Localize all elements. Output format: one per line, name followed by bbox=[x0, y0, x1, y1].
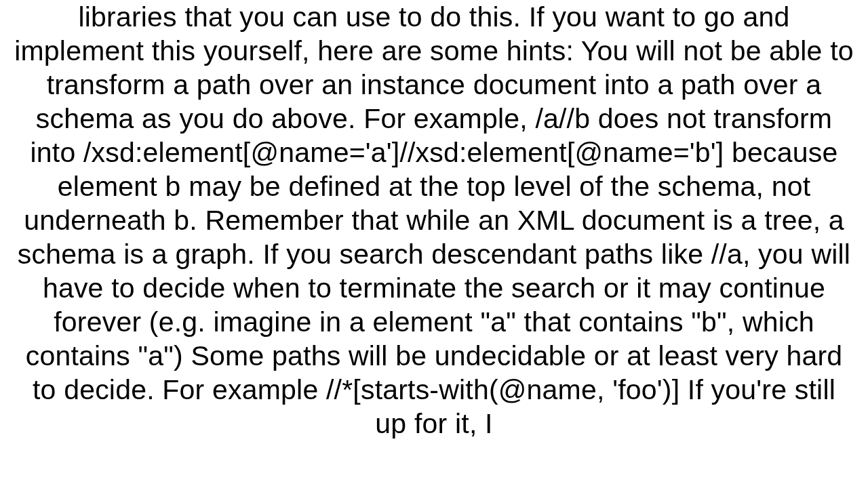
body-text: libraries that you can use to do this. I… bbox=[14, 0, 854, 441]
document-container: libraries that you can use to do this. I… bbox=[0, 0, 868, 488]
